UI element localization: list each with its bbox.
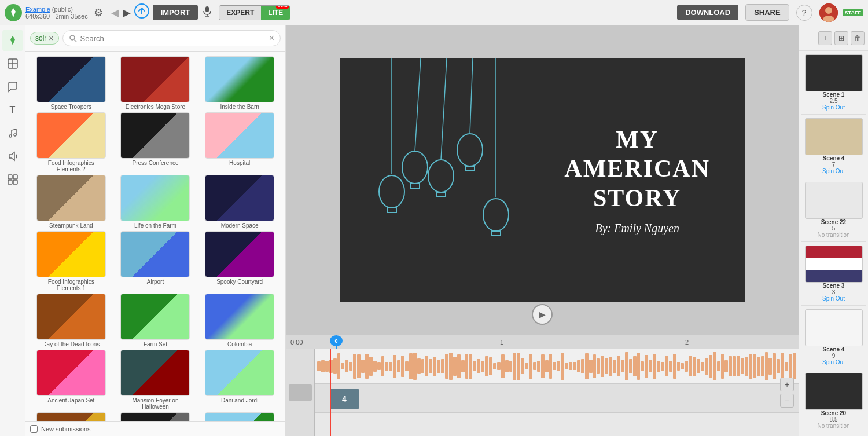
- scene-item-scene-22[interactable]: Scene 22 5 No transition: [801, 181, 866, 239]
- waveform-bar: [709, 355, 712, 378]
- svg-rect-32: [491, 231, 501, 236]
- scene-item-scene-3[interactable]: Scene 3 3 Spin Out: [801, 244, 866, 303]
- scene-block[interactable]: 4: [330, 389, 359, 409]
- import-button[interactable]: IMPORT: [153, 5, 198, 20]
- waveform-bar: [561, 353, 564, 380]
- avatar[interactable]: [819, 3, 838, 22]
- delete-scene-button[interactable]: 🗑: [851, 31, 865, 45]
- search-input[interactable]: [80, 34, 266, 43]
- templates-icon-button[interactable]: [2, 169, 23, 190]
- scene-item-scene-4b[interactable]: Scene 4 9 Spin Out: [801, 308, 866, 367]
- asset-item-electronics[interactable]: Electronics Mega Store: [115, 56, 197, 110]
- asset-item-press[interactable]: Press Conference: [115, 112, 197, 173]
- scene-transition-scene-4a[interactable]: Spin Out: [822, 168, 845, 174]
- asset-item-colombia[interactable]: Colombia: [198, 294, 281, 347]
- home-icon-button[interactable]: [2, 30, 23, 51]
- asset-item-farm-set[interactable]: Farm Set: [115, 294, 197, 347]
- scene-thumb-scene-20: [805, 373, 863, 410]
- clear-search-button[interactable]: ×: [269, 33, 274, 43]
- asset-label-spooky: Spooky Courtyard: [216, 279, 263, 285]
- sound-icon-button[interactable]: [2, 146, 23, 167]
- waveform-bar: [409, 353, 413, 380]
- asset-thumb-colombia: [205, 294, 274, 340]
- upload-button[interactable]: [134, 3, 149, 22]
- asset-item-ancient-japan[interactable]: Ancient Japan Set: [30, 350, 112, 410]
- music-icon-button[interactable]: [2, 123, 23, 144]
- add-scene-button[interactable]: +: [818, 31, 832, 45]
- waveform-bar: [397, 360, 400, 373]
- text-icon-button[interactable]: T: [2, 100, 23, 120]
- scene-transition-scene-3[interactable]: Spin Out: [822, 295, 845, 302]
- app-logo: [5, 4, 22, 21]
- share-button[interactable]: SHARE: [745, 4, 789, 21]
- settings-button[interactable]: ⚙: [94, 6, 103, 19]
- asset-item-dani[interactable]: Dani and Jordi: [198, 350, 281, 410]
- scene-name-scene-1: Scene 1: [823, 91, 845, 98]
- asset-item-modern-space[interactable]: Modern Space: [198, 175, 281, 229]
- forward-button[interactable]: ▶: [123, 6, 131, 19]
- waveform-bar: [653, 354, 656, 378]
- scene-transition-scene-22[interactable]: No transition: [817, 232, 849, 238]
- scene-item-scene-4a[interactable]: Scene 4 7 Spin Out: [801, 117, 866, 175]
- speech-icon-button[interactable]: [2, 76, 23, 97]
- asset-item-spooky[interactable]: Spooky Courtyard: [198, 231, 281, 291]
- zoom-in-button[interactable]: +: [780, 378, 794, 391]
- asset-item-airport[interactable]: Airport: [115, 231, 197, 291]
- scene-info-scene-22: Scene 22 5 No transition: [803, 219, 865, 238]
- new-submissions-checkbox[interactable]: [30, 425, 38, 433]
- timeline-playhead[interactable]: 0: [330, 335, 343, 349]
- remove-filter-button[interactable]: ×: [49, 34, 53, 43]
- asset-panel-footer: New submissions: [25, 421, 285, 436]
- asset-item-farm-life[interactable]: Life on the Farm: [115, 175, 197, 229]
- waveform-bar: [529, 354, 532, 378]
- asset-item-new3[interactable]: [198, 412, 281, 421]
- waveform-bar: [669, 361, 672, 372]
- scene-transition-scene-4b[interactable]: Spin Out: [822, 359, 845, 365]
- scene-transition-scene-20[interactable]: No transition: [817, 423, 849, 429]
- expert-mode-button[interactable]: EXPERT: [219, 6, 261, 20]
- back-button[interactable]: ◀: [111, 6, 119, 19]
- asset-item-space-troopers[interactable]: Space Troopers: [30, 56, 112, 110]
- help-button[interactable]: ?: [796, 5, 812, 21]
- new-submissions-label[interactable]: New submissions: [41, 426, 91, 433]
- asset-item-new2[interactable]: [115, 412, 197, 421]
- download-button[interactable]: DOWNLOAD: [677, 5, 738, 20]
- asset-label-farm-life: Life on the Farm: [134, 222, 176, 229]
- project-name-link[interactable]: Example: [25, 6, 50, 13]
- waveform-bar: [429, 359, 432, 373]
- waveform-bar: [661, 362, 664, 371]
- asset-thumb-ancient-japan: [36, 350, 106, 396]
- waveform-bar: [785, 362, 788, 371]
- mic-button[interactable]: [201, 5, 213, 20]
- waveform-bar: [621, 360, 624, 372]
- scene-item-scene-20[interactable]: Scene 20 8.5 No transition: [801, 372, 866, 430]
- waveform-bar: [485, 356, 488, 376]
- asset-item-food-infographics2[interactable]: Food Infographics Elements 2: [30, 112, 112, 173]
- asset-item-food-infographics1[interactable]: Food Infographics Elements 1: [30, 231, 112, 291]
- waveform-bar: [353, 354, 356, 379]
- asset-item-mansion[interactable]: Mansion Foyer on Halloween: [115, 350, 197, 410]
- zoom-out-button[interactable]: −: [780, 394, 794, 408]
- waveform-bar: [733, 356, 736, 376]
- asset-item-new1[interactable]: [30, 412, 112, 421]
- track-label-thumb: [289, 384, 312, 401]
- waveform-bar: [541, 354, 545, 378]
- filter-tag[interactable]: solr ×: [30, 32, 59, 45]
- timeline-playhead-line: [330, 349, 331, 436]
- scene-transition-scene-1[interactable]: Spin Out: [822, 104, 845, 111]
- asset-item-barn[interactable]: Inside the Barn: [198, 56, 281, 110]
- waveform-bar: [693, 357, 696, 376]
- play-button[interactable]: ▶: [532, 304, 553, 325]
- scene-item-scene-1[interactable]: Scene 1 2.5 Spin Out: [801, 53, 866, 112]
- lite-mode-button[interactable]: LITE beta: [261, 6, 290, 20]
- asset-item-steampunk[interactable]: Steampunk Land: [30, 175, 112, 229]
- grid-view-button[interactable]: ⊞: [834, 31, 848, 45]
- asset-item-hospital[interactable]: Hospital: [198, 112, 281, 173]
- waveform-bar: [685, 361, 688, 372]
- waveform-bar: [765, 352, 768, 380]
- svg-point-31: [483, 199, 509, 231]
- asset-item-day-dead[interactable]: Day of the Dead Icons: [30, 294, 112, 347]
- timeline-track-label: [286, 349, 315, 436]
- backgrounds-icon-button[interactable]: [2, 53, 23, 74]
- scene-duration-scene-22: 5: [832, 225, 836, 232]
